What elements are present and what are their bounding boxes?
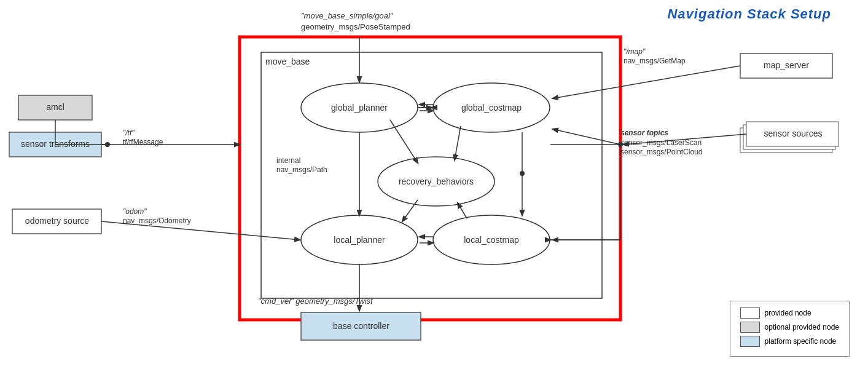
global-costmap-label: global_costmap [461,103,522,113]
sensor-topics-label3: sensor_msgs/PointCloud [620,148,702,156]
map-label2: nav_msgs/GetMap [624,57,686,65]
local-planner-label: local_planner [334,235,385,245]
internal-path-label1: internal [276,156,300,165]
legend: provided node optional provided node pla… [730,301,850,357]
odom-label1: "odom" [123,207,147,216]
sensor-topics-label2: sensor_msgs/LaserScan [620,138,702,147]
tf-label1: "/tf" [123,129,135,137]
tf-label2: tf/tfMessage [123,138,163,146]
legend-label-platform: platform specific node [765,337,837,346]
legend-item-provided: provided node [740,308,839,319]
legend-box-optional [740,322,760,333]
legend-item-optional: optional provided node [740,322,839,333]
goal-topic-label2: geometry_msgs/PoseStamped [301,22,410,31]
map-label1: "/map" [624,47,646,56]
internal-path-label2: nav_msgs/Path [276,165,327,174]
legend-box-platform [740,336,760,347]
goal-topic-label1: "move_base_simple/goal" [301,11,394,20]
recovery-behaviors-label: recovery_behaviors [399,177,474,186]
local-costmap-label: local_costmap [464,235,519,245]
base-controller-label: base controller [333,321,389,331]
amcl-label: amcl [46,102,65,112]
move-base-label: move_base [265,57,310,66]
legend-label-optional: optional provided node [765,323,839,331]
odometry-source-label: odometry source [25,216,89,226]
legend-label-provided: provided node [765,309,811,317]
cmd-vel-label: "cmd_vel" geometry_msgs/Twist [258,296,373,306]
map-server-label: map_server [764,60,809,70]
odom-label2: nav_msgs/Odometry [123,216,191,225]
legend-item-platform: platform specific node [740,336,839,347]
global-planner-label: global_planner [331,103,388,113]
gc-lc-dot [520,171,525,176]
sensor-sources-label: sensor sources [764,129,823,138]
sensor-topics-label1: sensor topics [620,129,668,137]
legend-box-provided [740,308,760,319]
